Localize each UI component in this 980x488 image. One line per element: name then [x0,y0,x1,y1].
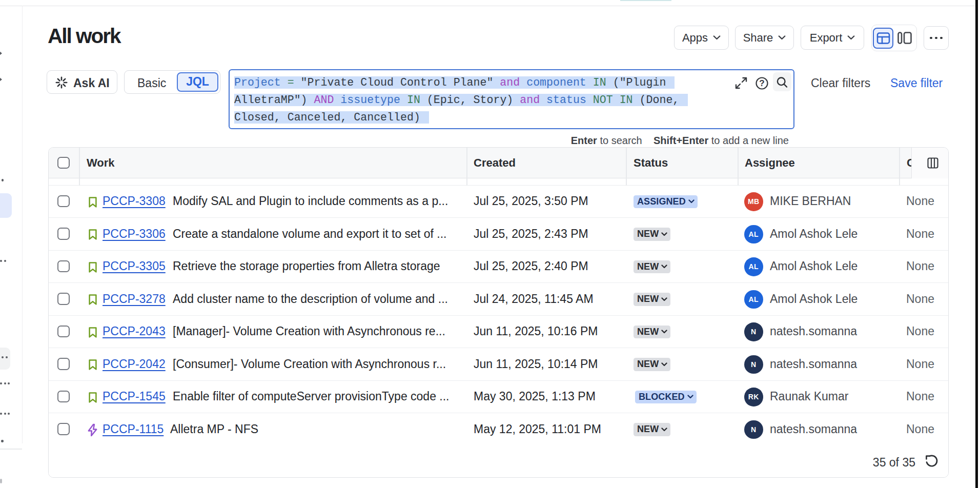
svg-text:?: ? [759,78,764,88]
